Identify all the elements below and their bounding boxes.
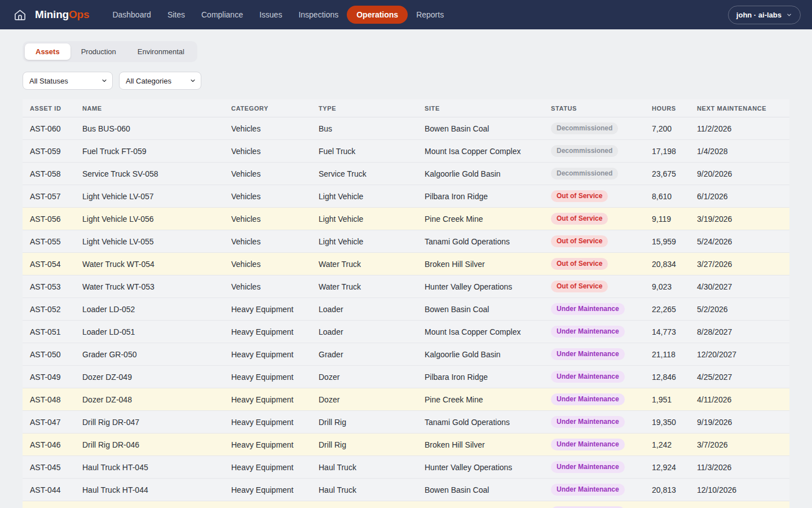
column-header-site: Site bbox=[417, 105, 544, 112]
status-badge: Under Maintenance bbox=[551, 461, 625, 474]
app-logo[interactable]: MiningOps bbox=[35, 8, 89, 21]
cell-category: Heavy Equipment bbox=[224, 418, 311, 427]
table-row[interactable]: AST-059 Fuel Truck FT-059 Vehicles Fuel … bbox=[23, 140, 789, 163]
table-row[interactable]: AST-053 Water Truck WT-053 Vehicles Wate… bbox=[23, 275, 789, 298]
cell-next-maintenance: 3/27/2026 bbox=[690, 260, 789, 269]
nav-item-inspections[interactable]: Inspections bbox=[290, 6, 346, 24]
cell-next-maintenance: 11/3/2026 bbox=[690, 463, 789, 472]
cell-status: Under Maintenance bbox=[544, 416, 645, 428]
cell-type: Drill Rig bbox=[311, 418, 417, 427]
cell-asset-id: AST-050 bbox=[23, 350, 75, 359]
tab-production[interactable]: Production bbox=[70, 43, 127, 60]
cell-asset-id: AST-051 bbox=[23, 327, 75, 336]
table-row[interactable]: AST-046 Drill Rig DR-046 Heavy Equipment… bbox=[23, 433, 789, 456]
cell-type: Loader bbox=[311, 305, 417, 314]
cell-hours: 1,242 bbox=[645, 440, 690, 449]
cell-status: Under Maintenance bbox=[544, 461, 645, 474]
cell-status: Under Maintenance bbox=[544, 506, 645, 508]
table-row[interactable]: AST-056 Light Vehicle LV-056 Vehicles Li… bbox=[23, 208, 789, 230]
cell-asset-id: AST-059 bbox=[23, 147, 75, 156]
nav-item-operations[interactable]: Operations bbox=[347, 6, 408, 24]
nav-item-dashboard[interactable]: Dashboard bbox=[104, 6, 159, 24]
cell-category: Vehicles bbox=[224, 237, 311, 246]
cell-name: Haul Truck HT-044 bbox=[75, 485, 224, 494]
table-row[interactable]: AST-043 Haul Truck HT-043 Heavy Equipmen… bbox=[23, 501, 789, 508]
status-filter-select[interactable]: All Statuses bbox=[23, 72, 113, 90]
cell-next-maintenance: 1/4/2028 bbox=[690, 147, 789, 156]
nav-menu: DashboardSitesComplianceIssuesInspection… bbox=[104, 6, 452, 24]
cell-category: Heavy Equipment bbox=[224, 463, 311, 472]
table-row[interactable]: AST-060 Bus BUS-060 Vehicles Bus Bowen B… bbox=[23, 117, 789, 140]
category-filter-select[interactable]: All Categories bbox=[119, 72, 201, 90]
cell-hours: 9,119 bbox=[645, 214, 690, 224]
status-badge: Under Maintenance bbox=[551, 348, 625, 361]
table-row[interactable]: AST-051 Loader LD-051 Heavy Equipment Lo… bbox=[23, 321, 789, 343]
nav-item-compliance[interactable]: Compliance bbox=[193, 6, 251, 24]
cell-site: Pine Creek Mine bbox=[417, 395, 544, 404]
table-row[interactable]: AST-047 Drill Rig DR-047 Heavy Equipment… bbox=[23, 411, 789, 433]
cell-asset-id: AST-055 bbox=[23, 237, 75, 246]
cell-site: Pilbara Iron Ridge bbox=[417, 373, 544, 382]
status-badge: Under Maintenance bbox=[551, 416, 625, 428]
cell-hours: 14,773 bbox=[645, 327, 690, 336]
nav-item-issues[interactable]: Issues bbox=[251, 6, 290, 24]
cell-name: Dozer DZ-048 bbox=[75, 395, 224, 404]
cell-name: Drill Rig DR-046 bbox=[75, 440, 224, 449]
cell-type: Fuel Truck bbox=[311, 147, 417, 156]
cell-next-maintenance: 4/11/2026 bbox=[690, 395, 789, 404]
cell-category: Vehicles bbox=[224, 214, 311, 224]
status-badge: Under Maintenance bbox=[551, 393, 625, 406]
cell-asset-id: AST-056 bbox=[23, 214, 75, 224]
cell-type: Light Vehicle bbox=[311, 192, 417, 201]
status-badge: Decommissioned bbox=[551, 122, 618, 135]
cell-site: Broken Hill Silver bbox=[417, 260, 544, 269]
cell-type: Water Truck bbox=[311, 260, 417, 269]
status-badge: Out of Service bbox=[551, 213, 608, 225]
nav-item-sites[interactable]: Sites bbox=[160, 6, 193, 24]
cell-type: Dozer bbox=[311, 373, 417, 382]
cell-hours: 12,924 bbox=[645, 463, 690, 472]
table-row[interactable]: AST-052 Loader LD-052 Heavy Equipment Lo… bbox=[23, 298, 789, 321]
cell-site: Kalgoorlie Gold Basin bbox=[417, 350, 544, 359]
tab-environmental[interactable]: Environmental bbox=[127, 43, 195, 60]
cell-category: Vehicles bbox=[224, 124, 311, 133]
cell-name: Service Truck SV-058 bbox=[75, 169, 224, 178]
cell-next-maintenance: 3/19/2026 bbox=[690, 214, 789, 224]
tab-assets[interactable]: Assets bbox=[25, 43, 70, 60]
user-menu-button[interactable]: john · ai-labs bbox=[728, 6, 801, 24]
cell-category: Heavy Equipment bbox=[224, 395, 311, 404]
table-row[interactable]: AST-045 Haul Truck HT-045 Heavy Equipmen… bbox=[23, 456, 789, 479]
nav-item-reports[interactable]: Reports bbox=[408, 6, 452, 24]
cell-status: Under Maintenance bbox=[544, 326, 645, 338]
cell-site: Bowen Basin Coal bbox=[417, 485, 544, 494]
cell-hours: 8,610 bbox=[645, 192, 690, 201]
table-row[interactable]: AST-049 Dozer DZ-049 Heavy Equipment Doz… bbox=[23, 366, 789, 388]
table-row[interactable]: AST-057 Light Vehicle LV-057 Vehicles Li… bbox=[23, 185, 789, 208]
cell-category: Heavy Equipment bbox=[224, 485, 311, 494]
table-row[interactable]: AST-054 Water Truck WT-054 Vehicles Wate… bbox=[23, 253, 789, 275]
table-row[interactable]: AST-044 Haul Truck HT-044 Heavy Equipmen… bbox=[23, 479, 789, 501]
cell-type: Grader bbox=[311, 350, 417, 359]
cell-site: Pilbara Iron Ridge bbox=[417, 192, 544, 201]
table-row[interactable]: AST-048 Dozer DZ-048 Heavy Equipment Doz… bbox=[23, 388, 789, 411]
cell-next-maintenance: 5/2/2026 bbox=[690, 305, 789, 314]
cell-name: Grader GR-050 bbox=[75, 350, 224, 359]
table-row[interactable]: AST-055 Light Vehicle LV-055 Vehicles Li… bbox=[23, 230, 789, 253]
cell-status: Under Maintenance bbox=[544, 393, 645, 406]
chevron-down-icon bbox=[786, 12, 792, 18]
cell-asset-id: AST-049 bbox=[23, 373, 75, 382]
table-row[interactable]: AST-050 Grader GR-050 Heavy Equipment Gr… bbox=[23, 343, 789, 366]
cell-name: Fuel Truck FT-059 bbox=[75, 147, 224, 156]
home-icon[interactable] bbox=[14, 8, 27, 21]
table-header-row: Asset IDNameCategoryTypeSiteStatusHoursN… bbox=[23, 99, 789, 117]
cell-category: Vehicles bbox=[224, 169, 311, 178]
cell-asset-id: AST-053 bbox=[23, 282, 75, 291]
status-badge: Decommissioned bbox=[551, 168, 618, 180]
cell-hours: 15,959 bbox=[645, 237, 690, 246]
cell-asset-id: AST-058 bbox=[23, 169, 75, 178]
cell-next-maintenance: 9/20/2026 bbox=[690, 169, 789, 178]
cell-site: Broken Hill Silver bbox=[417, 440, 544, 449]
status-badge: Out of Service bbox=[551, 190, 608, 203]
cell-status: Decommissioned bbox=[544, 122, 645, 135]
table-row[interactable]: AST-058 Service Truck SV-058 Vehicles Se… bbox=[23, 163, 789, 185]
